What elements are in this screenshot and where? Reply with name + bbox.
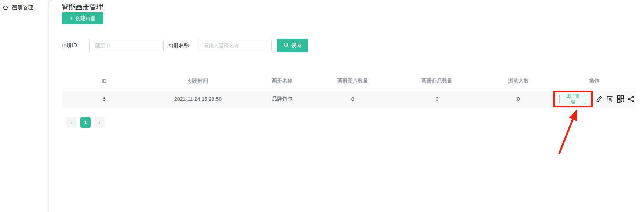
page-title: 智能画册管理: [62, 0, 635, 11]
search-button[interactable]: 搜索: [277, 39, 308, 52]
column-header-name: 画册名称: [249, 72, 315, 91]
trash-icon[interactable]: [606, 95, 614, 103]
sidebar-item-album-management[interactable]: 画册管理: [0, 0, 48, 15]
search-button-label: 搜索: [291, 42, 301, 49]
table-header-row: ID 创建时间 画册名称 画册图片数量 画册商品数量 浏览人数 操作: [62, 72, 635, 91]
cell-actions: 图片管理: [553, 91, 635, 107]
edit-icon[interactable]: [595, 95, 603, 103]
magnifier-icon: [283, 42, 289, 49]
create-album-button[interactable]: + 创建画册: [62, 12, 103, 24]
cell-view-count: 0: [484, 91, 553, 107]
column-header-id: ID: [62, 72, 146, 91]
annotation-highlight-box: 图片管理: [553, 91, 593, 107]
cell-created-at: 2021-11-24 15:28:50: [146, 91, 249, 107]
sidebar-item-label: 画册管理: [12, 4, 33, 11]
sidebar: 画册管理: [0, 0, 49, 212]
cell-image-count: 0: [315, 91, 390, 107]
album-id-label: 画册ID: [62, 42, 77, 49]
qrcode-icon[interactable]: [616, 95, 625, 103]
cell-name: 品牌包包: [249, 91, 315, 107]
column-header-actions: 操作: [553, 72, 635, 91]
create-album-label: 创建画册: [75, 15, 96, 22]
search-bar: 画册ID 画册名称 搜索: [62, 39, 635, 52]
manage-images-button[interactable]: 图片管理: [559, 94, 586, 104]
pagination-next-button[interactable]: ›: [94, 117, 105, 128]
column-header-view-count: 浏览人数: [484, 72, 553, 91]
main-content: 智能画册管理 + 创建画册 画册ID 画册名称 搜索: [49, 0, 644, 212]
cell-product-count: 0: [390, 91, 484, 107]
table-row: 6 2021-11-24 15:28:50 品牌包包 0 0 0 图片管理: [62, 91, 635, 107]
album-name-label: 画册名称: [168, 42, 189, 49]
pagination-page-1-button[interactable]: 1: [80, 117, 91, 128]
pagination-prev-button[interactable]: ‹: [66, 117, 77, 128]
plus-icon: +: [69, 15, 73, 21]
album-table: ID 创建时间 画册名称 画册图片数量 画册商品数量 浏览人数 操作 6 202…: [62, 72, 635, 107]
cell-id: 6: [62, 91, 146, 107]
column-header-image-count: 画册图片数量: [315, 72, 390, 91]
pagination: ‹ 1 ›: [66, 117, 635, 128]
column-header-created-at: 创建时间: [146, 72, 249, 91]
album-id-input[interactable]: [89, 39, 164, 52]
column-header-product-count: 画册商品数量: [390, 72, 484, 91]
app-window: 画册管理 智能画册管理 + 创建画册 画册ID 画册名称 搜索: [0, 0, 644, 212]
share-icon[interactable]: [627, 95, 635, 103]
album-name-input[interactable]: [198, 39, 272, 52]
radio-circle-icon: [3, 6, 8, 10]
